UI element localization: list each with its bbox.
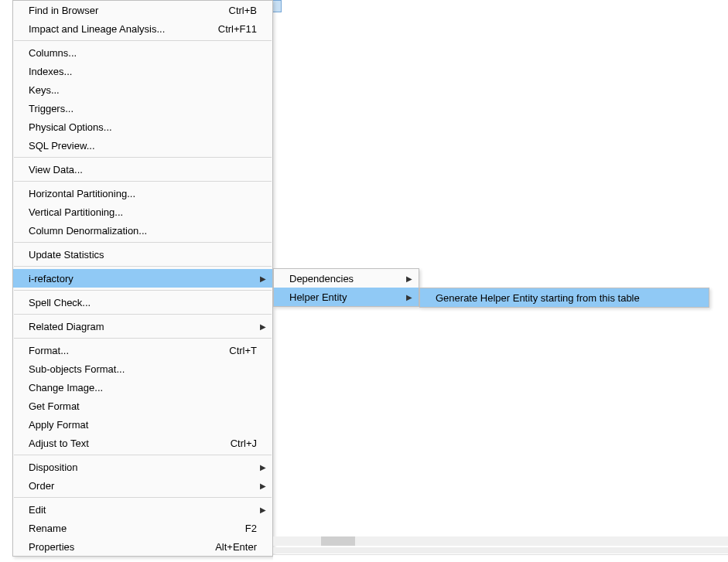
menu-item-shortcut: Ctrl+T	[229, 345, 257, 356]
menu-item-dependencies[interactable]: Dependencies ▶	[274, 269, 419, 288]
scrollbar-thumb[interactable]	[321, 536, 355, 546]
menu-item-apply-format[interactable]: Apply Format	[13, 415, 272, 434]
menu-item-label: Columns...	[29, 47, 257, 59]
menu-item-generate-helper-entity[interactable]: Generate Helper Entity starting from thi…	[420, 288, 709, 307]
menu-item-label: Sub-objects Format...	[29, 363, 257, 375]
menu-item-label: Disposition	[29, 462, 257, 473]
menu-item-label: Edit	[29, 504, 257, 516]
menu-item-columns[interactable]: Columns...	[13, 43, 272, 62]
submenu-arrow-icon: ▶	[406, 274, 412, 283]
menu-separator	[14, 157, 272, 158]
menu-item-label: Adjust to Text	[29, 438, 215, 449]
menu-item-label: SQL Preview...	[29, 140, 257, 152]
menu-item-shortcut: Ctrl+B	[229, 5, 257, 16]
menu-item-update-statistics[interactable]: Update Statistics	[13, 245, 272, 264]
menu-separator	[14, 40, 272, 41]
menu-item-horizontal-partitioning[interactable]: Horizontal Partitioning...	[13, 184, 272, 203]
menu-item-impact-lineage[interactable]: Impact and Lineage Analysis... Ctrl+F11	[13, 19, 272, 38]
background-selection-fragment	[272, 0, 282, 12]
menu-item-disposition[interactable]: Disposition ▶	[13, 458, 272, 476]
menu-item-label: Helper Entity	[289, 291, 403, 303]
menu-item-label: Column Denormalization...	[29, 225, 257, 237]
menu-separator	[14, 338, 272, 339]
background-bottom-bars	[273, 536, 728, 562]
menu-item-spell-check[interactable]: Spell Check...	[13, 293, 272, 312]
menu-item-label: Vertical Partitioning...	[29, 206, 257, 218]
menu-item-shortcut: Alt+Enter	[215, 541, 257, 553]
menu-item-column-denormalization[interactable]: Column Denormalization...	[13, 221, 272, 240]
menu-item-physical-options[interactable]: Physical Options...	[13, 118, 272, 136]
menu-item-label: Order	[29, 480, 257, 492]
menu-item-label: Apply Format	[29, 419, 257, 431]
menu-item-indexes[interactable]: Indexes...	[13, 62, 272, 80]
submenu-arrow-icon: ▶	[406, 293, 412, 301]
menu-item-label: Rename	[29, 523, 230, 534]
menu-item-label: Properties	[29, 541, 200, 553]
menu-item-label: Format...	[29, 345, 214, 356]
menu-item-label: Dependencies	[289, 273, 403, 284]
menu-item-helper-entity[interactable]: Helper Entity ▶	[274, 288, 419, 306]
menu-item-keys[interactable]: Keys...	[13, 80, 272, 99]
menu-item-rename[interactable]: Rename F2	[13, 519, 272, 537]
submenu-helper-entity: Generate Helper Entity starting from thi…	[419, 288, 709, 308]
menu-item-view-data[interactable]: View Data...	[13, 160, 272, 179]
menu-separator	[14, 181, 272, 182]
submenu-arrow-icon: ▶	[260, 463, 266, 472]
submenu-arrow-icon: ▶	[260, 322, 266, 331]
context-menu-main: Find in Browser Ctrl+B Impact and Lineag…	[12, 0, 273, 557]
menu-item-label: Spell Check...	[29, 297, 257, 308]
menu-item-related-diagram[interactable]: Related Diagram ▶	[13, 317, 272, 335]
menu-item-label: Find in Browser	[29, 5, 214, 16]
menu-item-label: Get Format	[29, 400, 257, 412]
menu-item-label: Generate Helper Entity starting from thi…	[436, 292, 693, 304]
background-strip	[273, 547, 728, 553]
menu-item-sql-preview[interactable]: SQL Preview...	[13, 136, 272, 155]
menu-item-sub-objects-format[interactable]: Sub-objects Format...	[13, 359, 272, 378]
menu-item-shortcut: Ctrl+J	[231, 438, 257, 449]
menu-separator	[14, 242, 272, 243]
menu-item-label: View Data...	[29, 164, 257, 175]
menu-item-label: Physical Options...	[29, 121, 257, 133]
menu-item-shortcut: F2	[245, 523, 257, 534]
menu-separator	[14, 266, 272, 267]
menu-item-label: Impact and Lineage Analysis...	[29, 23, 203, 35]
menu-item-label: Indexes...	[29, 66, 257, 77]
submenu-i-refactory: Dependencies ▶ Helper Entity ▶	[273, 268, 419, 307]
menu-item-label: Update Statistics	[29, 249, 257, 261]
menu-item-edit[interactable]: Edit ▶	[13, 500, 272, 519]
background-strip	[273, 554, 728, 562]
menu-item-label: Keys...	[29, 84, 257, 96]
menu-item-label: i-refactory	[29, 273, 257, 284]
menu-item-shortcut: Ctrl+F11	[218, 23, 257, 35]
menu-item-label: Change Image...	[29, 382, 257, 393]
submenu-arrow-icon: ▶	[260, 274, 266, 283]
menu-separator	[14, 455, 272, 455]
submenu-arrow-icon: ▶	[260, 482, 266, 490]
menu-separator	[14, 290, 272, 291]
menu-item-adjust-to-text[interactable]: Adjust to Text Ctrl+J	[13, 434, 272, 452]
submenu-arrow-icon: ▶	[260, 506, 266, 514]
menu-item-change-image[interactable]: Change Image...	[13, 378, 272, 397]
scrollbar-track[interactable]	[273, 536, 728, 546]
menu-separator	[14, 314, 272, 315]
menu-item-properties[interactable]: Properties Alt+Enter	[13, 537, 272, 556]
menu-item-get-format[interactable]: Get Format	[13, 397, 272, 415]
menu-item-label: Horizontal Partitioning...	[29, 188, 257, 199]
menu-item-i-refactory[interactable]: i-refactory ▶	[13, 269, 272, 288]
menu-item-find-in-browser[interactable]: Find in Browser Ctrl+B	[13, 1, 272, 19]
menu-item-format[interactable]: Format... Ctrl+T	[13, 341, 272, 359]
menu-item-vertical-partitioning[interactable]: Vertical Partitioning...	[13, 203, 272, 221]
menu-item-triggers[interactable]: Triggers...	[13, 99, 272, 118]
menu-item-label: Triggers...	[29, 103, 257, 114]
menu-separator	[14, 497, 272, 498]
menu-item-order[interactable]: Order ▶	[13, 476, 272, 495]
menu-item-label: Related Diagram	[29, 321, 257, 332]
